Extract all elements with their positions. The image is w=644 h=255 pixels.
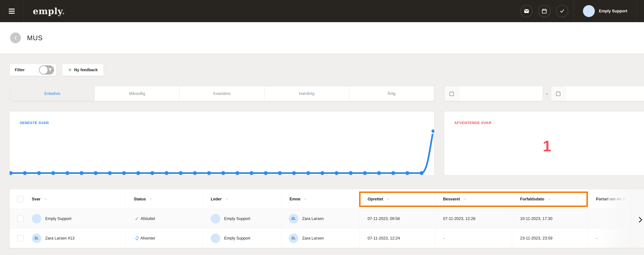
filter-toggle-track[interactable]	[39, 65, 54, 74]
avatar	[32, 214, 41, 224]
status-waiting-icon	[135, 236, 140, 241]
header-svar[interactable]: Svar	[10, 189, 126, 209]
date-range-separator: -	[543, 91, 551, 96]
cell-besvaret: 07-11-2023, 12:26	[435, 209, 512, 228]
user-avatar	[583, 5, 595, 17]
date-start-input[interactable]	[444, 86, 543, 101]
filter-control: Filter	[10, 64, 56, 76]
user-name: Emply Support	[599, 9, 627, 14]
select-all-checkbox[interactable]	[17, 196, 24, 202]
cell-leder: Emply Support	[202, 228, 281, 248]
calendar-icon	[541, 8, 547, 14]
user-menu[interactable]: Emply Support	[574, 0, 636, 22]
mail-button[interactable]	[520, 5, 533, 17]
cell-fortael: -	[588, 228, 632, 248]
filter-toggle[interactable]	[37, 64, 56, 76]
page-header: MUS	[0, 22, 644, 54]
date-end-input[interactable]	[551, 86, 644, 101]
sort-caret-icon	[304, 198, 307, 201]
header-emne[interactable]: Emne	[281, 189, 359, 209]
cell-svar: Emply Support	[10, 209, 126, 228]
avatar: ZL	[289, 234, 298, 243]
mail-icon	[524, 8, 530, 14]
sort-caret-icon	[149, 198, 153, 201]
cell-leder: Emply Support	[202, 209, 281, 228]
tab-enkeltvis[interactable]: Enkeltvis	[10, 86, 95, 101]
pending-answers-card: AFVENTENDE SVAR 1	[444, 112, 644, 176]
latest-answers-chart	[10, 112, 434, 176]
header-leder[interactable]: Leder	[202, 189, 281, 209]
top-navbar: emply. Emply Support	[0, 0, 644, 22]
table-row[interactable]: ZL Zara Larsen #13 Afventer Emply Suppor…	[10, 228, 632, 248]
logo-dot: .	[62, 6, 65, 16]
page-title: MUS	[27, 34, 43, 42]
header-forfaldsdato[interactable]: Forfaldsdato	[512, 189, 588, 209]
cell-oprettet: 07-11-2023, 12:24	[359, 228, 435, 248]
cell-emne: ZL Zara Larsen	[281, 228, 359, 248]
cell-svar: ZL Zara Larsen #13	[10, 228, 126, 248]
table-row[interactable]: Emply Support ✓ Afsluttet Emply Support …	[10, 209, 632, 228]
status-done-icon: ✓	[135, 216, 139, 221]
header-fortael[interactable]: Fortæl om en rigtig go	[588, 189, 632, 209]
avatar	[211, 234, 220, 243]
date-range: -	[444, 86, 644, 101]
pending-answers-count: 1	[444, 137, 644, 155]
cell-emne: ZL Zara Larsen	[281, 209, 359, 228]
funnel-icon	[48, 68, 52, 72]
tab-halvaarlig[interactable]: Halvårlig	[264, 86, 349, 101]
search-button[interactable]	[636, 0, 644, 22]
latest-answers-card: SENESTE SVAR	[10, 112, 434, 176]
sort-caret-icon	[44, 198, 47, 201]
menu-icon[interactable]	[0, 0, 23, 22]
header-oprettet[interactable]: Oprettet	[359, 189, 435, 209]
calendar-icon	[449, 91, 455, 96]
app-logo: emply.	[33, 6, 65, 16]
nav-divider	[23, 0, 24, 22]
sort-caret-icon	[463, 198, 467, 201]
avatar: ZL	[289, 214, 298, 224]
date-end-value[interactable]	[566, 86, 644, 101]
cell-forfaldsdato: 23-11-2023, 23:59	[512, 228, 588, 248]
filter-label: Filter	[10, 68, 37, 72]
summary-cards: SENESTE SVAR AFVENTENDE SVAR 1	[10, 112, 644, 176]
new-feedback-button[interactable]: + Ny feedback	[62, 64, 104, 76]
header-besvaret[interactable]: Besvaret	[435, 189, 512, 209]
date-end-icon-segment[interactable]	[551, 86, 566, 101]
cell-besvaret: -	[435, 228, 512, 248]
calendar-icon	[555, 91, 561, 96]
row-checkbox[interactable]	[17, 235, 24, 242]
new-feedback-label: Ny feedback	[74, 68, 98, 72]
avatar	[211, 214, 220, 224]
chevron-right-icon	[636, 216, 644, 224]
cell-fortael	[588, 209, 632, 228]
date-start-icon-segment[interactable]	[444, 86, 459, 101]
tab-maanedlig[interactable]: Månedlig	[95, 86, 180, 101]
row-checkbox[interactable]	[17, 216, 24, 222]
cell-forfaldsdato: 10-11-2023, 17:30	[512, 209, 588, 228]
controls-row: Filter + Ny feedback	[10, 64, 104, 76]
date-start-value[interactable]	[459, 86, 543, 101]
check-icon	[559, 8, 565, 14]
sort-caret-icon	[548, 198, 551, 201]
pending-answers-title: AFVENTENDE SVAR	[454, 121, 491, 125]
cell-status: ✓ Afsluttet	[126, 209, 202, 228]
tab-kvartalvis[interactable]: Kvartalvis	[180, 86, 264, 101]
cell-status: Afventer	[126, 228, 202, 248]
scroll-right-button[interactable]	[636, 215, 644, 224]
period-tabs: Enkeltvis Månedlig Kvartalvis Halvårlig …	[10, 86, 434, 101]
feedback-table: Svar Status Leder Emne Oprettet Besvaret	[10, 189, 644, 248]
sort-caret-icon	[225, 198, 228, 201]
chevron-left-icon	[13, 35, 18, 40]
sort-caret-icon	[386, 198, 390, 201]
table-header: Svar Status Leder Emne Oprettet Besvaret	[10, 189, 632, 209]
header-status[interactable]: Status	[126, 189, 202, 209]
cell-oprettet: 07-11-2023, 09:56	[359, 209, 435, 228]
tab-aarlig[interactable]: Årlig	[349, 86, 434, 101]
toggle-knob[interactable]	[40, 66, 48, 74]
plus-icon: +	[68, 67, 72, 73]
back-button[interactable]	[10, 32, 21, 43]
period-row: Enkeltvis Månedlig Kvartalvis Halvårlig …	[10, 86, 644, 101]
calendar-button[interactable]	[538, 5, 550, 17]
tasks-button[interactable]	[556, 5, 568, 17]
app: emply. Emply Support M	[0, 0, 644, 255]
